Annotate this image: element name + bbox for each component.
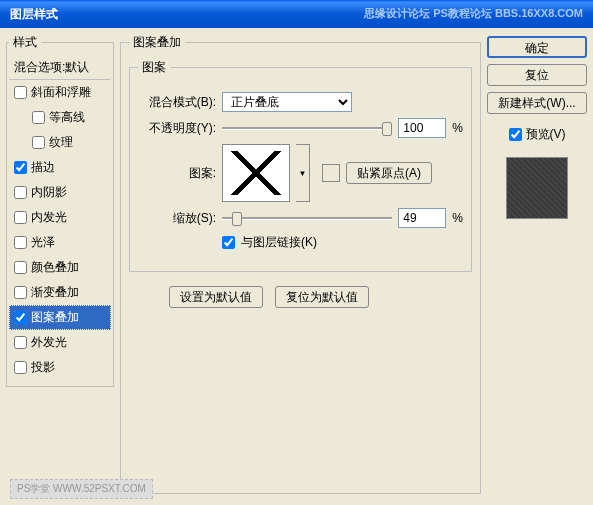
style-checkbox[interactable] bbox=[14, 211, 27, 224]
scale-row: 缩放(S): % bbox=[138, 208, 463, 228]
style-checkbox[interactable] bbox=[14, 361, 27, 374]
watermark-footer: PS学堂 WWW.52PSXT.COM bbox=[10, 479, 153, 499]
style-item-内阴影[interactable]: 内阴影 bbox=[9, 180, 111, 205]
pattern-fieldset: 图案 混合模式(B): 正片叠底 不透明度(Y): % 图案: ▼ bbox=[129, 59, 472, 272]
ok-button[interactable]: 确定 bbox=[487, 36, 587, 58]
dialog-title: 图层样式 bbox=[10, 6, 58, 22]
dialog-body: 样式 混合选项:默认 斜面和浮雕等高线纹理描边内阴影内发光光泽颜色叠加渐变叠加图… bbox=[0, 28, 593, 500]
percent-label-2: % bbox=[452, 211, 463, 225]
style-item-斜面和浮雕[interactable]: 斜面和浮雕 bbox=[9, 80, 111, 105]
blend-options-row[interactable]: 混合选项:默认 bbox=[9, 55, 111, 80]
style-label: 描边 bbox=[31, 159, 55, 176]
style-item-内发光[interactable]: 内发光 bbox=[9, 205, 111, 230]
style-item-图案叠加[interactable]: 图案叠加 bbox=[9, 305, 111, 330]
preview-row: 预览(V) bbox=[487, 126, 587, 143]
styles-legend: 样式 bbox=[9, 34, 41, 51]
link-row: 与图层链接(K) bbox=[138, 234, 463, 251]
link-layer-label: 与图层链接(K) bbox=[241, 234, 317, 251]
preview-checkbox[interactable] bbox=[509, 128, 522, 141]
style-item-光泽[interactable]: 光泽 bbox=[9, 230, 111, 255]
watermark-top: 思缘设计论坛 PS教程论坛 BBS.16XX8.COM bbox=[364, 6, 583, 22]
style-item-投影[interactable]: 投影 bbox=[9, 355, 111, 380]
style-label: 外发光 bbox=[31, 334, 67, 351]
styles-column: 样式 混合选项:默认 斜面和浮雕等高线纹理描边内阴影内发光光泽颜色叠加渐变叠加图… bbox=[6, 34, 114, 494]
style-item-颜色叠加[interactable]: 颜色叠加 bbox=[9, 255, 111, 280]
main-column: 图案叠加 图案 混合模式(B): 正片叠底 不透明度(Y): % 图案: bbox=[120, 34, 481, 494]
style-checkbox[interactable] bbox=[14, 261, 27, 274]
style-checkbox[interactable] bbox=[14, 286, 27, 299]
style-item-外发光[interactable]: 外发光 bbox=[9, 330, 111, 355]
pattern-row: 图案: ▼ 贴紧原点(A) bbox=[138, 144, 463, 202]
blend-mode-select[interactable]: 正片叠底 bbox=[222, 92, 352, 112]
style-label: 投影 bbox=[31, 359, 55, 376]
style-label: 渐变叠加 bbox=[31, 284, 79, 301]
scale-slider[interactable] bbox=[222, 208, 392, 228]
style-item-纹理[interactable]: 纹理 bbox=[9, 130, 111, 155]
blend-mode-label: 混合模式(B): bbox=[138, 94, 216, 111]
opacity-slider[interactable] bbox=[222, 118, 392, 138]
set-default-button[interactable]: 设置为默认值 bbox=[169, 286, 263, 308]
link-layer-checkbox[interactable] bbox=[222, 236, 235, 249]
reset-default-button[interactable]: 复位为默认值 bbox=[275, 286, 369, 308]
title-bar: 图层样式 思缘设计论坛 PS教程论坛 BBS.16XX8.COM bbox=[0, 0, 593, 28]
style-checkbox[interactable] bbox=[32, 136, 45, 149]
reset-button[interactable]: 复位 bbox=[487, 64, 587, 86]
new-preset-icon[interactable] bbox=[322, 164, 340, 182]
pattern-swatch[interactable] bbox=[222, 144, 290, 202]
style-checkbox[interactable] bbox=[32, 111, 45, 124]
default-buttons-row: 设置为默认值 复位为默认值 bbox=[129, 286, 472, 308]
style-label: 斜面和浮雕 bbox=[31, 84, 91, 101]
new-style-button[interactable]: 新建样式(W)... bbox=[487, 92, 587, 114]
pattern-legend: 图案 bbox=[138, 59, 170, 76]
style-item-渐变叠加[interactable]: 渐变叠加 bbox=[9, 280, 111, 305]
opacity-row: 不透明度(Y): % bbox=[138, 118, 463, 138]
pattern-label: 图案: bbox=[138, 165, 216, 182]
style-label: 光泽 bbox=[31, 234, 55, 251]
right-column: 确定 复位 新建样式(W)... 预览(V) bbox=[487, 34, 587, 494]
pattern-dropdown-icon[interactable]: ▼ bbox=[296, 144, 310, 202]
style-label: 内阴影 bbox=[31, 184, 67, 201]
style-label: 等高线 bbox=[49, 109, 85, 126]
blend-options-label: 混合选项:默认 bbox=[14, 59, 89, 76]
main-legend: 图案叠加 bbox=[129, 34, 185, 51]
preview-label: 预览(V) bbox=[526, 126, 566, 143]
styles-fieldset: 样式 混合选项:默认 斜面和浮雕等高线纹理描边内阴影内发光光泽颜色叠加渐变叠加图… bbox=[6, 34, 114, 387]
style-label: 图案叠加 bbox=[31, 309, 79, 326]
style-checkbox[interactable] bbox=[14, 236, 27, 249]
opacity-input[interactable] bbox=[398, 118, 446, 138]
style-item-等高线[interactable]: 等高线 bbox=[9, 105, 111, 130]
style-item-描边[interactable]: 描边 bbox=[9, 155, 111, 180]
snap-origin-button[interactable]: 贴紧原点(A) bbox=[346, 162, 432, 184]
style-label: 颜色叠加 bbox=[31, 259, 79, 276]
percent-label: % bbox=[452, 121, 463, 135]
blend-mode-row: 混合模式(B): 正片叠底 bbox=[138, 92, 463, 112]
main-fieldset: 图案叠加 图案 混合模式(B): 正片叠底 不透明度(Y): % 图案: bbox=[120, 34, 481, 494]
style-checkbox[interactable] bbox=[14, 161, 27, 174]
style-label: 内发光 bbox=[31, 209, 67, 226]
style-checkbox[interactable] bbox=[14, 336, 27, 349]
style-label: 纹理 bbox=[49, 134, 73, 151]
style-checkbox[interactable] bbox=[14, 86, 27, 99]
opacity-label: 不透明度(Y): bbox=[138, 120, 216, 137]
style-checkbox[interactable] bbox=[14, 186, 27, 199]
scale-input[interactable] bbox=[398, 208, 446, 228]
preview-swatch bbox=[506, 157, 568, 219]
scale-label: 缩放(S): bbox=[138, 210, 216, 227]
style-checkbox[interactable] bbox=[14, 311, 27, 324]
